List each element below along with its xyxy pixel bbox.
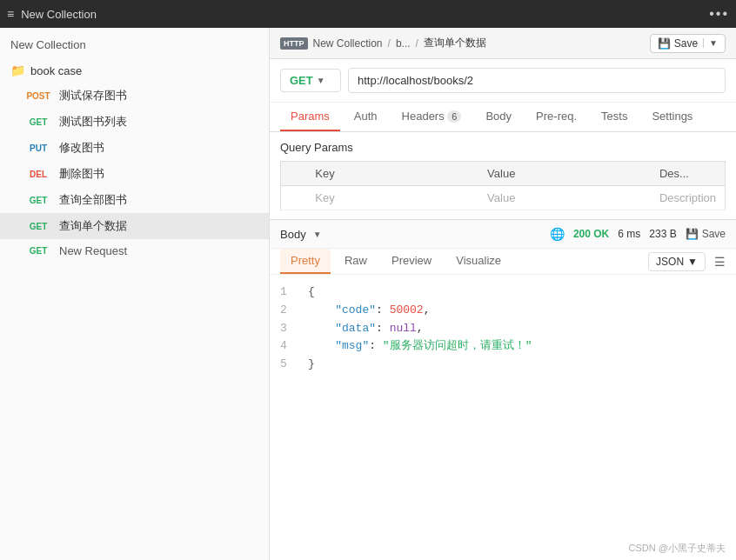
params-table: Key Value Des... Key Value Description (280, 161, 726, 210)
line-num-5: 5 (280, 356, 294, 374)
code-line-1: 1 { (280, 283, 726, 302)
method-badge-get3: GET (24, 222, 52, 231)
params-col-value: Value (478, 162, 651, 186)
tab-settings[interactable]: Settings (641, 103, 703, 131)
resp-tab-pretty-label: Pretty (291, 254, 320, 267)
tab-tests[interactable]: Tests (591, 103, 638, 131)
resp-tab-raw[interactable]: Raw (334, 249, 378, 274)
tab-body[interactable]: Body (475, 103, 522, 131)
response-body-label: Body (280, 228, 306, 241)
tab-headers[interactable]: Headers 6 (391, 103, 472, 131)
method-badge-post: POST (24, 91, 52, 101)
sidebar-item-label: 修改图书 (59, 140, 104, 156)
method-badge-get2: GET (24, 196, 52, 205)
tab-prereq-label: Pre-req. (536, 110, 577, 123)
save-resp-label: Save (702, 228, 726, 240)
request-tabs-bar: Params Auth Headers 6 Body Pre-req. Test… (270, 103, 736, 132)
resp-tab-visualize-label: Visualize (456, 254, 501, 267)
line-num-4: 4 (280, 337, 294, 356)
sidebar-item-post-save[interactable]: POST 测试保存图书 (0, 83, 269, 109)
method-badge-get4: GET (24, 246, 52, 256)
format-dropdown-arrow: ▼ (687, 256, 698, 268)
sidebar-item-label: 测试保存图书 (59, 88, 127, 103)
method-select[interactable]: GET ▼ (280, 69, 341, 92)
code-content-3: "data": null, (308, 320, 424, 338)
folder-icon: 📁 (10, 63, 25, 77)
params-row-value[interactable]: Value (478, 186, 651, 210)
url-input[interactable] (348, 68, 726, 93)
method-dropdown-arrow: ▼ (317, 76, 325, 85)
tab-body-label: Body (485, 110, 512, 123)
footer-watermark: CSDN @小黑子史蒂夫 (270, 537, 736, 560)
sidebar-item-get-single[interactable]: GET 查询单个数据 (0, 213, 269, 239)
sidebar-item-label: 测试图书列表 (59, 114, 127, 130)
sidebar-item-label: 删除图书 (59, 166, 104, 182)
sidebar-folder[interactable]: 📁 book case (0, 58, 269, 83)
breadcrumb-folder: b... (396, 37, 411, 50)
line-num-1: 1 (280, 283, 294, 302)
resp-tab-preview[interactable]: Preview (381, 249, 442, 274)
main-layout: New Collection 📁 book case POST 测试保存图书 G… (0, 28, 736, 560)
menu-icon[interactable]: ≡ (7, 7, 14, 21)
code-content-2: "code": 50002, (308, 302, 430, 320)
url-bar: GET ▼ (270, 59, 736, 103)
breadcrumb-active: 查询单个数据 (424, 36, 486, 50)
code-line-2: 2 "code": 50002, (280, 302, 726, 320)
tab-params[interactable]: Params (280, 103, 340, 131)
request-header: HTTP New Collection / b... / 查询单个数据 💾 Sa… (270, 28, 736, 59)
method-badge-get: GET (24, 117, 52, 127)
resp-tab-preview-label: Preview (391, 254, 432, 267)
save-label: Save (674, 37, 698, 50)
sidebar-collection-label: New Collection (0, 28, 269, 58)
line-num-2: 2 (280, 302, 294, 320)
code-line-5: 5 } (280, 356, 726, 374)
params-row-key[interactable]: Key (306, 186, 478, 210)
format-select[interactable]: JSON ▼ (648, 252, 706, 271)
sidebar-item-get-list[interactable]: GET 测试图书列表 (0, 109, 269, 135)
query-params-title: Query Params (280, 141, 726, 154)
new-request-label: New Request (59, 244, 127, 257)
sidebar-item-del-delete[interactable]: DEL 删除图书 (0, 161, 269, 187)
sidebar-item-new-request[interactable]: GET New Request (0, 239, 269, 263)
body-dropdown-arrow[interactable]: ▼ (313, 230, 322, 239)
tab-headers-label: Headers (402, 110, 445, 123)
tab-tests-label: Tests (601, 110, 627, 123)
resp-tab-visualize[interactable]: Visualize (445, 249, 512, 274)
code-line-4: 4 "msg": "服务器访问超时，请重试！" (280, 337, 726, 356)
query-params-section: Query Params Key Value Des... Key Value (270, 132, 736, 219)
content-area: HTTP New Collection / b... / 查询单个数据 💾 Sa… (270, 28, 736, 560)
params-col-desc: Des... (651, 162, 726, 186)
method-select-value: GET (290, 74, 313, 87)
params-col-key: Key (306, 162, 478, 186)
sidebar-item-label: 查询单个数据 (59, 218, 127, 234)
table-row: Key Value Description (281, 186, 726, 210)
resp-tab-raw-label: Raw (345, 254, 367, 267)
sidebar-item-get-all[interactable]: GET 查询全部图书 (0, 187, 269, 213)
breadcrumb-collection: New Collection (313, 37, 383, 50)
tab-auth[interactable]: Auth (344, 103, 388, 131)
response-time: 6 ms (618, 228, 640, 240)
top-bar-title: New Collection (21, 8, 97, 21)
resp-tab-pretty[interactable]: Pretty (280, 249, 331, 274)
save-resp-icon: 💾 (686, 228, 699, 240)
filter-icon[interactable]: ☰ (714, 255, 726, 269)
breadcrumb-sep1: / (388, 37, 391, 50)
method-badge-del: DEL (24, 170, 52, 179)
tab-prereq[interactable]: Pre-req. (525, 103, 587, 131)
save-response-button[interactable]: 💾 Save (686, 228, 726, 240)
line-num-3: 3 (280, 320, 294, 338)
response-tabs: Pretty Raw Preview Visualize JSON ▼ ☰ (270, 249, 736, 275)
sidebar: New Collection 📁 book case POST 测试保存图书 G… (0, 28, 270, 560)
method-badge-put: PUT (24, 143, 52, 153)
response-size: 233 B (649, 228, 676, 240)
code-line-3: 3 "data": null, (280, 320, 726, 338)
save-button[interactable]: 💾 Save ▼ (650, 34, 726, 53)
sidebar-item-put-modify[interactable]: PUT 修改图书 (0, 135, 269, 161)
response-section: Body ▼ 🌐 200 OK 6 ms 233 B 💾 Save Pretty (270, 219, 736, 560)
response-header: Body ▼ 🌐 200 OK 6 ms 233 B 💾 Save (270, 220, 736, 249)
more-options-icon[interactable]: ••• (709, 6, 729, 22)
params-row-desc[interactable]: Description (651, 186, 726, 210)
top-bar: ≡ New Collection ••• (0, 0, 736, 28)
save-dropdown-arrow[interactable]: ▼ (703, 38, 718, 48)
sidebar-folder-name: book case (30, 64, 82, 77)
